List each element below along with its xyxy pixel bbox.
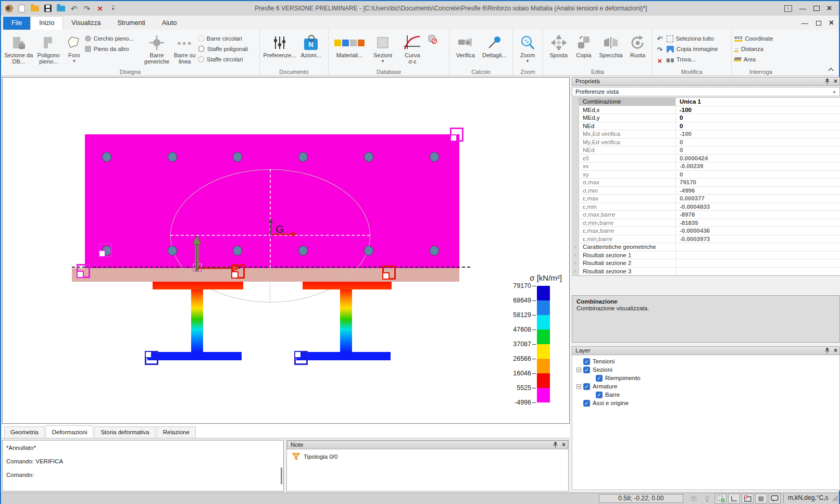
grid-icon[interactable] xyxy=(755,494,767,503)
selection-handle[interactable] xyxy=(382,266,396,280)
right-beam-web[interactable] xyxy=(340,289,352,352)
maximize-button[interactable] xyxy=(813,6,820,11)
close-panel-icon[interactable]: × xyxy=(562,442,566,448)
mdi-close-button[interactable]: × xyxy=(829,19,834,27)
curva-button[interactable]: Curva σ-ε xyxy=(398,32,427,65)
coordinate-button[interactable]: XYZ Coordinate xyxy=(734,34,773,43)
layer-checkbox[interactable]: ✓ xyxy=(583,400,590,407)
area-button[interactable]: Area xyxy=(734,55,773,64)
property-row[interactable]: σ,min-4996 xyxy=(572,187,840,195)
mdi-restore-button[interactable] xyxy=(816,21,821,26)
layers-icon[interactable] xyxy=(687,494,699,503)
property-group-row[interactable]: ›Risultati sezione 2 xyxy=(572,259,840,268)
close-panel-icon[interactable]: × xyxy=(834,347,837,354)
property-row[interactable]: NEd0 xyxy=(572,122,840,131)
pin-icon[interactable] xyxy=(825,348,830,354)
redo-small-button[interactable]: ↷ xyxy=(655,45,665,54)
azioni-button[interactable]: N Azioni... xyxy=(297,32,325,58)
foro-dropdown-icon[interactable]: ▼ xyxy=(72,59,76,64)
rebar-dot[interactable] xyxy=(364,152,373,162)
layer-item-assi-e-origine[interactable]: ✓Assi e origine xyxy=(572,399,839,407)
rebar-dot[interactable] xyxy=(168,246,177,256)
tab-inizio[interactable]: Inizio xyxy=(30,16,63,30)
right-beam-bottom-flange[interactable] xyxy=(296,352,391,360)
property-row[interactable]: σ,max79170 xyxy=(572,179,840,187)
rebar-dot[interactable] xyxy=(102,152,111,162)
collapse-icon[interactable] xyxy=(576,384,581,389)
tab-aiuto[interactable]: Aiuto xyxy=(154,17,185,30)
verifica-button[interactable]: Verifica xyxy=(452,32,479,58)
layer-item-tensioni[interactable]: ✓Tensioni xyxy=(572,357,839,366)
dettagli-button[interactable]: Dettagli... xyxy=(479,32,510,58)
collapse-ribbon-button[interactable] xyxy=(828,64,834,73)
minimize-button[interactable]: — xyxy=(799,5,806,12)
copia-immagine-button[interactable]: Copia immagine xyxy=(667,45,718,53)
left-beam-web[interactable] xyxy=(191,289,203,352)
undo-button[interactable]: ↶ xyxy=(69,4,79,13)
view-tab-storia-deformativa[interactable]: Storia deformativa xyxy=(94,426,155,438)
materiali-button[interactable]: Materiali... xyxy=(331,32,368,58)
rebar-dot[interactable] xyxy=(364,246,373,256)
property-row[interactable]: Mx,Ed verifica-100 xyxy=(572,130,840,138)
selection-handle[interactable] xyxy=(98,243,112,257)
ribbon-options-button[interactable]: ↑ xyxy=(784,5,792,12)
open-file-button[interactable] xyxy=(30,4,40,13)
drawing-canvas[interactable]: G σ [kN/m²] 79170686495812 xyxy=(2,77,570,424)
property-row[interactable]: σ,min,barre-81835 xyxy=(572,219,840,228)
zoom-button[interactable]: ⤡ Zoom ▼ xyxy=(516,32,540,64)
axes-icon[interactable] xyxy=(728,494,740,503)
left-beam-bottom-flange[interactable] xyxy=(147,352,242,360)
tab-strumenti[interactable]: Strumenti xyxy=(109,17,154,30)
layer-checkbox[interactable]: ✓ xyxy=(583,383,590,390)
selection-handle[interactable] xyxy=(77,264,90,278)
sezioni-dropdown-icon[interactable]: ▼ xyxy=(381,59,385,64)
tooltip-icon[interactable] xyxy=(769,494,781,503)
viewport-icon[interactable] xyxy=(742,494,754,503)
expand-chevron-icon[interactable]: › xyxy=(572,268,579,275)
copia-button[interactable]: Copia xyxy=(571,32,596,58)
pin-icon[interactable] xyxy=(825,79,830,84)
rebar-dot[interactable] xyxy=(430,246,439,256)
layer-checkbox[interactable]: ✓ xyxy=(596,392,603,398)
mdi-minimize-button[interactable]: — xyxy=(801,20,808,27)
barre-generiche-button[interactable]: Barre generiche xyxy=(142,32,172,65)
layer-checkbox[interactable]: ✓ xyxy=(583,358,590,365)
view-tab-deformazioni[interactable]: Deformazioni xyxy=(46,425,94,438)
rebar-dot[interactable] xyxy=(233,152,242,162)
property-row[interactable]: ε00.0000424 xyxy=(572,155,840,163)
delete-button[interactable]: × xyxy=(655,56,665,65)
view-preferences-select[interactable]: Preferenze vista ▼ xyxy=(572,87,840,96)
pin-icon[interactable] xyxy=(553,442,558,448)
trova-button[interactable]: Trova... xyxy=(667,55,718,64)
rebar-dot[interactable] xyxy=(430,152,439,162)
save-button[interactable] xyxy=(43,4,53,13)
close-button[interactable]: × xyxy=(827,4,832,12)
undo-small-button[interactable]: ↶ xyxy=(655,34,665,43)
rebar-dot[interactable] xyxy=(168,152,177,162)
foro-button[interactable]: Foro ▼ xyxy=(64,32,85,64)
property-row[interactable]: ε,min-0.0004833 xyxy=(572,203,840,211)
specchia-button[interactable]: Specchia xyxy=(596,32,626,58)
rebar-dot[interactable] xyxy=(298,246,308,256)
selection-handle[interactable] xyxy=(294,351,308,365)
staffe-poligonali-button[interactable]: Staffe poligonali xyxy=(198,45,257,53)
selection-handle[interactable] xyxy=(145,351,158,365)
new-document-button[interactable] xyxy=(17,4,27,13)
property-row[interactable]: MEd,x-100 xyxy=(572,106,840,115)
sposta-button[interactable]: Sposta xyxy=(546,32,571,58)
tab-file[interactable]: File xyxy=(3,17,30,30)
layer-item-riempimento[interactable]: ✓Riempimento xyxy=(572,374,839,382)
selection-handle[interactable] xyxy=(231,264,245,279)
seleziona-tutto-button[interactable]: Seleziona tutto xyxy=(667,34,718,43)
expand-chevron-icon[interactable]: › xyxy=(572,243,579,251)
property-group-row[interactable]: ›Risultati sezione 1 xyxy=(572,251,840,260)
database-remove-button[interactable] xyxy=(427,32,437,47)
barre-su-linea-button[interactable]: ●●● Barre su linea xyxy=(172,32,198,65)
tab-visualizza[interactable]: Visualizza xyxy=(63,17,109,30)
layer-checkbox[interactable]: ✓ xyxy=(596,375,603,382)
lamp-icon[interactable] xyxy=(701,494,713,503)
resize-grip[interactable] xyxy=(832,494,838,503)
cancel-button[interactable]: × xyxy=(95,4,105,13)
zoom-dropdown-icon[interactable]: ▼ xyxy=(525,59,530,64)
poligono-pieno-button[interactable]: Poligono pieno... xyxy=(34,32,64,65)
